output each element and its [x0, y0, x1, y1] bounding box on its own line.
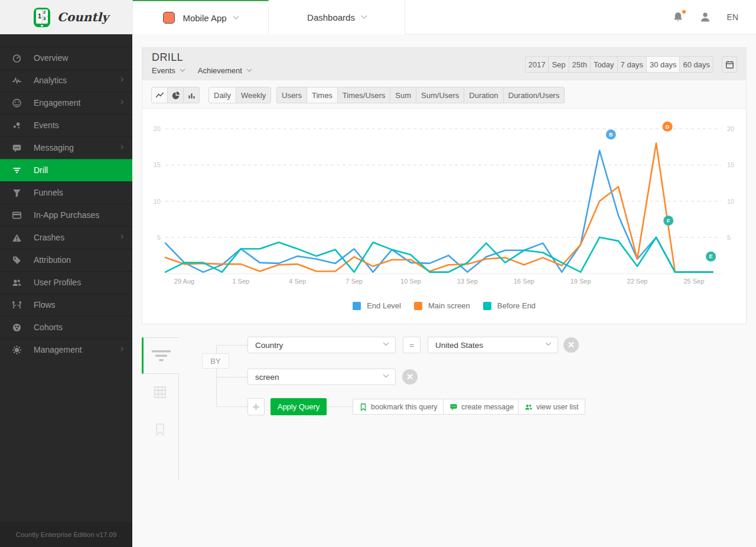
user-menu-button[interactable] — [699, 11, 711, 23]
date-range-60-days[interactable]: 60 days — [679, 56, 713, 73]
app-selector-label: Mobile App — [183, 13, 226, 23]
bookmark-query-button[interactable]: bookmark this query — [353, 399, 444, 415]
sidebar-item-flows[interactable]: Flows — [0, 294, 132, 316]
sidebar-item-user-profiles[interactable]: User Profiles — [0, 271, 132, 294]
dashboards-selector[interactable]: Dashboards — [269, 0, 405, 34]
language-selector[interactable]: EN — [727, 12, 738, 22]
apply-query-button[interactable]: Apply Query — [271, 398, 327, 415]
view-user-list-button[interactable]: view user list — [518, 399, 585, 415]
filter-field-select[interactable]: Country — [247, 337, 396, 353]
countly-logo-icon: 123 — [34, 8, 50, 27]
sidebar-item-attribution[interactable]: Attribution — [0, 249, 132, 271]
notification-dot — [682, 10, 686, 14]
metric-times[interactable]: Times — [307, 87, 338, 103]
svg-text:13 Sep: 13 Sep — [457, 278, 478, 285]
metric-sum-users[interactable]: Sum/Users — [416, 87, 464, 103]
svg-text:4 Sep: 4 Sep — [289, 278, 306, 285]
sidebar-item-label: Drill — [34, 165, 48, 175]
svg-text:10: 10 — [727, 198, 734, 205]
logo-section: 123 Countly — [0, 0, 132, 34]
create-message-label: create message — [461, 403, 514, 411]
metric-users[interactable]: Users — [276, 87, 307, 103]
date-range-30-days[interactable]: 30 days — [646, 56, 680, 73]
period-weekly[interactable]: Weekly — [236, 87, 271, 103]
chart-type-pie-chart[interactable] — [167, 87, 184, 103]
people-icon — [12, 278, 22, 288]
legend-label: End Level — [367, 301, 401, 310]
sidebar-item-label: Crashes — [34, 233, 64, 242]
sidebar-item-label: User Profiles — [34, 278, 81, 287]
filter-icon — [152, 349, 171, 362]
filter-value-text: United States — [435, 341, 483, 350]
period-group: DailyWeekly — [208, 87, 271, 103]
event-type-selector[interactable]: Events — [152, 66, 175, 75]
legend-item-before-end[interactable]: Before End — [483, 301, 536, 310]
query-tab-bookmarks[interactable] — [152, 422, 168, 439]
chevron-right-icon: › — [120, 141, 124, 152]
calendar-button[interactable] — [722, 56, 737, 73]
filter-value-select[interactable]: United States — [428, 337, 558, 353]
svg-text:10: 10 — [154, 198, 161, 205]
date-range-2017[interactable]: 2017 — [525, 56, 549, 73]
svg-text:10 Sep: 10 Sep — [400, 278, 421, 285]
sidebar-item-engagement[interactable]: Engagement› — [0, 92, 132, 114]
sidebar-item-crashes[interactable]: Crashes› — [0, 226, 132, 249]
query-tab-table[interactable] — [152, 385, 168, 402]
top-bar: 123 Countly Mobile App Dashboards EN — [0, 0, 756, 34]
view-user-list-label: view user list — [536, 403, 579, 411]
metric-duration-users[interactable]: Duration/Users — [503, 87, 565, 103]
period-daily[interactable]: Daily — [208, 87, 236, 103]
sidebar-item-cohorts[interactable]: Cohorts — [0, 316, 132, 338]
query-tab-filter[interactable] — [142, 337, 179, 374]
chart-controls-row: DailyWeekly UsersTimesTimes/UsersSumSum/… — [142, 80, 746, 109]
filter-operator[interactable]: = — [403, 337, 421, 353]
metric-sum[interactable]: Sum — [390, 87, 416, 103]
connector-row2 — [217, 377, 247, 377]
legend-item-end-level[interactable]: End Level — [353, 301, 401, 310]
svg-text:15: 15 — [727, 161, 734, 168]
add-filter-button[interactable]: + — [247, 398, 265, 415]
svg-text:20: 20 — [727, 125, 734, 132]
notifications-button[interactable] — [672, 11, 684, 23]
sidebar-item-events[interactable]: Events — [0, 114, 132, 136]
funnel-icon — [12, 188, 22, 198]
date-range-sep[interactable]: Sep — [548, 56, 569, 73]
sidebar-item-label: Messaging — [34, 143, 74, 152]
metric-times-users[interactable]: Times/Users — [337, 87, 390, 103]
date-range-today[interactable]: Today — [590, 56, 618, 73]
sidebar-item-funnels[interactable]: Funnels — [0, 181, 132, 204]
query-tabs — [142, 374, 179, 480]
legend-swatch — [414, 302, 422, 310]
date-range-7-days[interactable]: 7 days — [617, 56, 647, 73]
page-title: DRILL — [152, 51, 183, 64]
group-field-select[interactable]: screen — [247, 369, 396, 385]
chart-type-line-chart[interactable] — [151, 87, 168, 103]
chevron-down-icon — [180, 66, 185, 71]
remove-filter-button[interactable]: ✕ — [563, 337, 579, 353]
create-message-button[interactable]: create message — [443, 399, 520, 415]
sidebar-item-messaging[interactable]: Messaging› — [0, 136, 132, 159]
calendar-icon — [725, 60, 734, 69]
sidebar-item-label: Analytics — [34, 76, 67, 85]
sidebar-item-analytics[interactable]: Analytics› — [0, 69, 132, 92]
sidebar-item-overview[interactable]: Overview — [0, 47, 132, 69]
tag-icon — [12, 255, 22, 265]
query-builder: BY Country = United States ✕ screen ✕ + … — [142, 337, 747, 488]
event-name-selector[interactable]: Achievement — [198, 66, 242, 75]
sidebar-item-drill[interactable]: Drill — [0, 159, 132, 181]
people-icon — [524, 403, 533, 411]
chart-type-bar-chart[interactable] — [183, 87, 200, 103]
sidebar-item-label: Events — [34, 121, 59, 130]
sidebar-item-management[interactable]: Management› — [0, 338, 132, 361]
drill-header: DRILL Events Achievement 2017Sep25thToda… — [142, 48, 746, 80]
sidebar-item-in-app-purchases[interactable]: In-App Purchases — [0, 204, 132, 226]
creditcard-icon — [12, 210, 22, 220]
legend-item-main-screen[interactable]: Main screen — [414, 301, 470, 310]
remove-group-button[interactable]: ✕ — [402, 369, 418, 385]
sidebar-item-label: In-App Purchases — [34, 210, 99, 220]
metric-duration[interactable]: Duration — [464, 87, 503, 103]
sidebar-item-label: Flows — [34, 300, 56, 310]
svg-text:20: 20 — [154, 125, 161, 132]
app-selector[interactable]: Mobile App — [132, 0, 269, 34]
date-range-25th[interactable]: 25th — [569, 56, 591, 73]
